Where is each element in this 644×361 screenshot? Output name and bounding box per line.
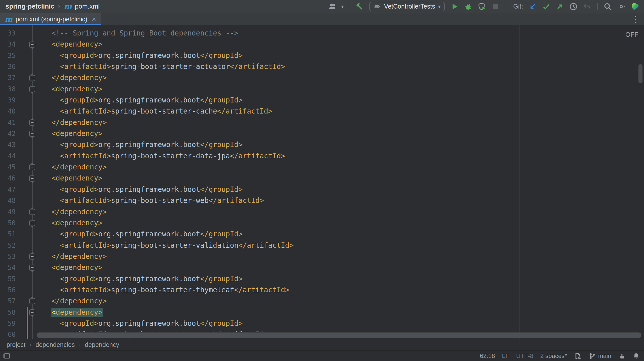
code-line[interactable]: 37 </dependency>	[0, 72, 644, 83]
tab-close-icon[interactable]: ×	[92, 16, 96, 23]
line-number[interactable]: 50	[0, 218, 16, 229]
code-text[interactable]: <groupId>org.springframework.boot</group…	[35, 95, 243, 106]
code-text[interactable]: <artifactId>spring-boot-starter-validati…	[35, 240, 294, 251]
line-number[interactable]: 57	[0, 296, 16, 307]
tool-window-layout-icon[interactable]	[3, 352, 11, 360]
users-icon[interactable]	[328, 2, 338, 12]
caret-position-widget[interactable]: 62:18	[480, 352, 495, 359]
code-text[interactable]: <dependency>	[35, 84, 103, 95]
code-line[interactable]: 52 <artifactId>spring-boot-starter-valid…	[0, 240, 644, 251]
line-number[interactable]: 33	[0, 28, 16, 39]
highlighting-level-widget[interactable]: OFF	[625, 31, 638, 39]
line-number[interactable]: 52	[0, 240, 16, 251]
run-with-coverage-button[interactable]	[477, 2, 487, 12]
code-line[interactable]: 40 <artifactId>spring-boot-starter-cache…	[0, 106, 644, 117]
code-line[interactable]: 42 <dependency>	[0, 128, 644, 139]
line-number[interactable]: 55	[0, 273, 16, 284]
line-number[interactable]: 53	[0, 251, 16, 262]
code-text[interactable]: </dependency>	[35, 251, 107, 262]
code-line[interactable]: 49 </dependency>	[0, 206, 644, 218]
line-number[interactable]: 39	[0, 95, 16, 106]
vcs-change-marker[interactable]	[27, 307, 28, 318]
vcs-change-marker[interactable]	[27, 329, 28, 339]
code-line[interactable]: 34 <dependency>	[0, 39, 644, 50]
code-text[interactable]: <groupId>org.springframework.boot</group…	[35, 273, 243, 284]
code-text[interactable]: <artifactId>spring-boot-starter-thymelea…	[35, 284, 289, 296]
code-line[interactable]: 54 <dependency>	[0, 262, 644, 273]
code-line[interactable]: 44 <artifactId>spring-boot-starter-data-…	[0, 151, 644, 162]
code-text[interactable]: <artifactId>spring-boot-starter-cache</a…	[35, 106, 272, 117]
code-text[interactable]: </dependency>	[35, 206, 107, 218]
horizontal-scrollbar-thumb[interactable]	[37, 332, 641, 338]
line-number[interactable]: 46	[0, 173, 16, 184]
run-button[interactable]	[450, 2, 460, 12]
line-number[interactable]: 36	[0, 61, 16, 72]
code-text[interactable]: <groupId>org.springframework.boot</group…	[35, 318, 243, 329]
breadcrumb-item-dependency[interactable]: dependency	[85, 341, 119, 348]
line-number[interactable]: 42	[0, 128, 16, 139]
project-name[interactable]: spring-petclinic	[6, 3, 54, 10]
unlocked-padlock-icon[interactable]	[618, 352, 625, 359]
code-line[interactable]: 56 <artifactId>spring-boot-starter-thyme…	[0, 284, 644, 296]
code-line[interactable]: 47 <groupId>org.springframework.boot</gr…	[0, 184, 644, 195]
rollback-icon[interactable]	[582, 2, 592, 12]
code-text[interactable]: </dependency>	[35, 72, 107, 83]
history-clock-icon[interactable]	[568, 2, 578, 12]
line-number[interactable]: 56	[0, 284, 16, 296]
line-number[interactable]: 38	[0, 84, 16, 95]
code-line[interactable]: 41 </dependency>	[0, 117, 644, 128]
code-line[interactable]: 36 <artifactId>spring-boot-starter-actua…	[0, 61, 644, 72]
code-area[interactable]: 33 <!-- Spring and Spring Boot dependenc…	[0, 28, 644, 339]
code-line[interactable]: 46 <dependency>	[0, 173, 644, 184]
search-everywhere-icon[interactable]	[603, 2, 613, 12]
indent-widget[interactable]: 2 spaces*	[540, 352, 567, 359]
code-line[interactable]: 48 <artifactId>spring-boot-starter-web</…	[0, 195, 644, 206]
stop-button[interactable]	[491, 2, 501, 12]
code-text[interactable]: <artifactId>spring-boot-starter-data-jpa…	[35, 151, 285, 162]
notifications-bell-icon[interactable]	[632, 352, 640, 360]
code-line[interactable]: 59 <groupId>org.springframework.boot</gr…	[0, 318, 644, 329]
code-text[interactable]: <groupId>org.springframework.boot</group…	[35, 50, 243, 61]
line-number[interactable]: 59	[0, 318, 16, 329]
code-line[interactable]: 57 </dependency>	[0, 296, 644, 307]
title-file-name[interactable]: pom.xml	[75, 3, 100, 10]
code-text[interactable]: <!-- Spring and Spring Boot dependencies…	[35, 28, 238, 39]
code-line[interactable]: 35 <groupId>org.springframework.boot</gr…	[0, 50, 644, 61]
git-commit-icon[interactable]	[541, 2, 551, 12]
code-text[interactable]: <dependency>	[35, 173, 103, 184]
code-text[interactable]: <dependency>	[35, 39, 103, 50]
line-number[interactable]: 34	[0, 39, 16, 50]
git-branch-widget[interactable]: main	[589, 352, 611, 359]
code-line[interactable]: 45 </dependency>	[0, 162, 644, 173]
code-text[interactable]: <artifactId>spring-boot-starter-web</art…	[35, 195, 264, 206]
line-number[interactable]: 41	[0, 117, 16, 128]
code-text[interactable]: <dependency>	[35, 128, 103, 139]
vertical-scrollbar-thumb[interactable]	[638, 64, 642, 83]
users-dropdown-icon[interactable]: ▾	[341, 4, 344, 9]
code-line[interactable]: 58 <dependency>	[0, 307, 644, 318]
git-update-icon[interactable]	[528, 2, 538, 12]
ai-assistant-icon[interactable]	[630, 2, 640, 12]
git-widget-label[interactable]: Git:	[513, 3, 523, 10]
run-configuration-select[interactable]: VetControllerTests ▾	[369, 2, 445, 11]
git-push-icon[interactable]	[555, 2, 565, 12]
code-text[interactable]: </dependency>	[35, 162, 107, 173]
line-number[interactable]: 47	[0, 184, 16, 195]
breadcrumb-item-project[interactable]: project	[7, 341, 25, 348]
settings-gear-icon[interactable]	[616, 2, 626, 12]
code-text[interactable]: <artifactId>spring-boot-starter-actuator…	[35, 61, 285, 72]
line-number[interactable]: 54	[0, 262, 16, 273]
line-number[interactable]: 60	[0, 329, 16, 339]
line-number[interactable]: 40	[0, 106, 16, 117]
vcs-change-marker[interactable]	[27, 318, 28, 329]
line-number[interactable]: 37	[0, 72, 16, 83]
code-line[interactable]: 55 <groupId>org.springframework.boot</gr…	[0, 273, 644, 284]
code-editor[interactable]: 33 <!-- Spring and Spring Boot dependenc…	[0, 25, 644, 339]
line-number[interactable]: 44	[0, 151, 16, 162]
code-line[interactable]: 33 <!-- Spring and Spring Boot dependenc…	[0, 28, 644, 39]
code-line[interactable]: 51 <groupId>org.springframework.boot</gr…	[0, 229, 644, 240]
code-line[interactable]: 50 <dependency>	[0, 218, 644, 229]
line-number[interactable]: 48	[0, 195, 16, 206]
line-number[interactable]: 45	[0, 162, 16, 173]
line-number[interactable]: 43	[0, 139, 16, 150]
